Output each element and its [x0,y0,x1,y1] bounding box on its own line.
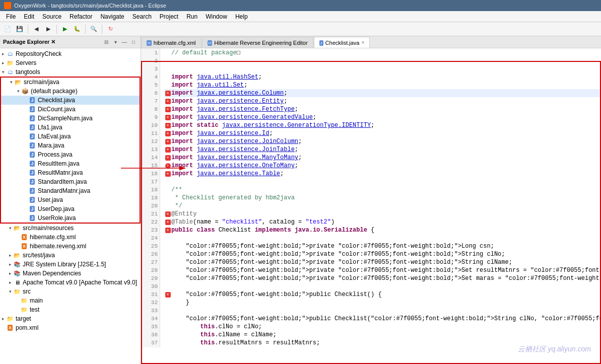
tree-arrow[interactable]: ▾ [15,88,21,94]
search-btn[interactable]: 🔍 [88,24,99,35]
tree-item-dicsamplenum-java[interactable]: JDicSampleNum.java [1,114,140,123]
menu-item-run[interactable]: Run [182,12,202,21]
refresh-btn[interactable]: ↻ [105,24,116,35]
tree-item-hibernate-reveng-xml[interactable]: Xhibernate.reveng.xml [0,242,141,251]
code-line-29: "color:#7f0055;font-weight:bold;">privat… [164,274,601,282]
tree-arrow[interactable] [22,152,28,158]
debug-btn[interactable]: 🐛 [72,24,83,35]
tree-item-resultitem-java[interactable]: JResultItem.java [1,159,140,168]
tree-item-servers[interactable]: ▸📁Servers [0,58,141,67]
tree-item-standardmatnr-java[interactable]: JStandardMatnr.java [1,186,140,195]
menu-item-edit[interactable]: Edit [20,12,38,21]
code-line-18: /** [164,186,601,194]
tree-item-checklist-java[interactable]: JChecklist.java [1,96,140,105]
tree-item-src-test-java[interactable]: ▸📂src/test/java [0,251,141,260]
tree-item-repo-check[interactable]: ▸🗂RepositoryCheck [0,49,141,58]
tree-arrow[interactable] [14,234,20,240]
tab-checklist-java[interactable]: JChecklist.java× [314,37,370,48]
tree-arrow[interactable]: ▸ [0,316,6,322]
tree-item-target[interactable]: ▸📁target [0,314,141,323]
tree-arrow[interactable] [22,97,28,103]
tree-arrow[interactable]: ▸ [7,252,13,258]
tree-item-resultmatnr-java[interactable]: JResultMatnr.java [1,168,140,177]
tree-arrow[interactable]: ▸ [7,270,13,276]
tab-close-btn[interactable]: × [361,40,364,45]
tree-arrow[interactable] [14,243,20,249]
tab-hibernate-cfg[interactable]: Hhibernate.cfg.xml [141,37,202,48]
tree-arrow[interactable] [22,106,28,112]
menu-item-project[interactable]: Project [156,12,182,21]
tree-arrow[interactable]: ▾ [7,288,13,295]
menu-item-navigate[interactable]: Navigate [96,12,128,21]
tree-arrow[interactable] [22,170,28,176]
menu-item-window[interactable]: Window [202,12,231,21]
tree-item-mara-java[interactable]: JMara.java [1,141,140,150]
tree-arrow[interactable]: ▾ [8,79,14,85]
new-btn[interactable]: 📄 [2,24,13,35]
tree-arrow[interactable] [22,215,28,221]
sidebar-min-btn[interactable]: — [120,38,128,46]
menu-item-help[interactable]: Help [231,12,252,21]
tree-arrow[interactable] [22,161,28,167]
tree-label: Checklist.java [38,97,75,104]
menu-item-search[interactable]: Search [128,12,156,21]
tree-item-jre-system[interactable]: ▸📚JRE System Library [J2SE-1.5] [0,260,141,269]
forward-btn[interactable]: ▶ [43,24,54,35]
run-btn[interactable]: ▶ [59,24,71,35]
tree-arrow[interactable] [22,124,28,130]
tree-item-user-java[interactable]: JUser.java [1,195,140,204]
tree-item-test-folder[interactable]: 📁test [0,305,141,314]
tree-item-standarditem-java[interactable]: JStandardItem.java [1,177,140,186]
code-text-37: this.resultMatnrs = resultMatnrs; [171,339,320,347]
tree-arrow[interactable]: ▸ [0,51,6,57]
tree-label: StandardMatnr.java [38,187,90,194]
menu-bar: FileEditSourceRefactorNavigateSearchProj… [0,11,601,22]
tree-item-src-main-java[interactable]: ▾📂src/main/java [1,78,140,87]
tree-arrow[interactable]: ▾ [0,69,6,75]
back-btn[interactable]: ◀ [31,24,42,35]
tree-item-diccount-java[interactable]: JDicCount.java [1,105,140,114]
code-text-28: "color:#7f0055;font-weight:bold;">privat… [171,266,601,274]
menu-item-source[interactable]: Source [38,12,65,21]
tree-item-maven-deps[interactable]: ▸📚Maven Dependencies [0,269,141,278]
tree-arrow[interactable] [22,179,28,185]
tree-arrow[interactable] [22,133,28,139]
tree-icon-xml: X [20,233,28,241]
tree-item-lfa1-java[interactable]: JLfa1.java [1,123,140,132]
code-editor[interactable]: 1234567891011121314151617181920212223242… [141,48,601,347]
tree-arrow[interactable]: ▸ [7,279,13,285]
tree-item-userrole-java[interactable]: JUserRole.java [1,213,140,223]
tree-item-apache-tomcat[interactable]: ▸🖥Apache Tomcat v9.0 [Apache Tomcat v9.0… [0,278,141,287]
tree-item-main-folder[interactable]: 📁main [0,296,141,305]
tree-arrow[interactable]: ▸ [7,261,13,267]
code-content[interactable]: // default package□ import java.util.Has… [160,48,601,347]
tree-arrow[interactable]: ▸ [0,60,6,66]
menu-item-refactor[interactable]: Refactor [65,12,96,21]
tree-item-userdep-java[interactable]: JUserDep.java [1,204,140,213]
sidebar-menu-btn[interactable]: ▾ [111,38,119,46]
tree-arrow[interactable] [0,325,6,331]
tree-arrow[interactable] [14,298,20,304]
tree-item-process-java[interactable]: JProcess.java [1,150,140,159]
tree-item-pom-xml[interactable]: Xpom.xml [0,323,141,332]
tree-item-lfaeval-java[interactable]: JLfaEval.java [1,132,140,141]
tree-arrow[interactable] [22,188,28,194]
sidebar-collapse-btn[interactable]: ⊟ [102,38,110,46]
tree-icon-folder: 📁 [6,59,14,67]
tree-item-tangtools[interactable]: ▾🗂tangtools [0,67,141,77]
tree-item-src-main-resources[interactable]: ▾📂src/main/resources [0,224,141,233]
sidebar-max-btn[interactable]: □ [129,38,138,46]
tree-item-hibernate-cfg-xml[interactable]: Xhibernate.cfg.xml [0,233,141,242]
tab-hibernate-rev[interactable]: HHibernate Reverse Engineering Editor [202,37,313,48]
tree-arrow[interactable] [22,197,28,203]
tree-item-src[interactable]: ▾📁src [0,287,141,296]
save-btn[interactable]: 💾 [14,24,25,35]
tree-arrow[interactable] [14,307,20,313]
tree-item-default-package[interactable]: ▾📦(default package) [1,87,140,96]
tree-arrow[interactable] [22,115,28,121]
tree-arrow[interactable]: ▾ [7,225,13,231]
code-line-27: "color:#7f0055;font-weight:bold;">privat… [164,258,601,266]
tree-arrow[interactable] [22,206,28,212]
menu-item-file[interactable]: File [2,12,20,21]
tree-arrow[interactable] [22,142,28,149]
